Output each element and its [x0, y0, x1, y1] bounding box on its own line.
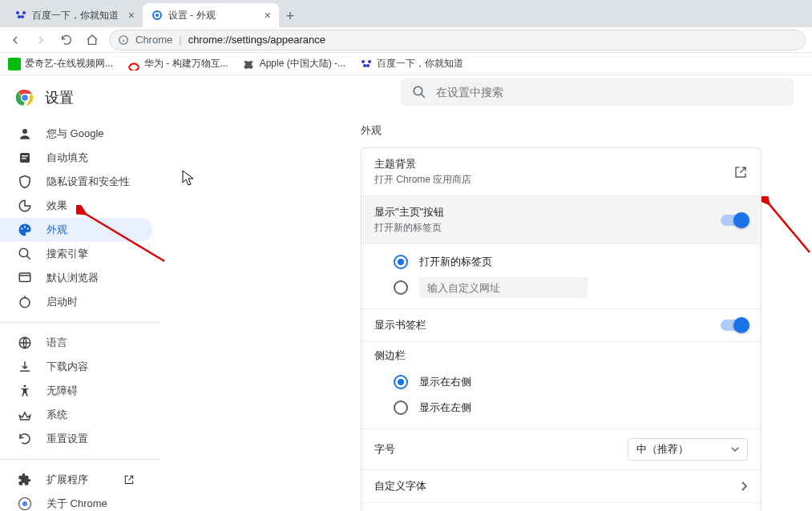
sidebar-label: 默认浏览器: [46, 271, 99, 285]
url-prefix: Chrome: [135, 34, 172, 46]
svg-rect-23: [19, 273, 30, 282]
svg-point-28: [22, 501, 27, 506]
sidebar-item-on-startup[interactable]: 启动时: [0, 290, 152, 314]
tab-title: 设置 - 外观: [168, 9, 260, 22]
reload-button[interactable]: [58, 31, 75, 49]
svg-point-15: [22, 129, 27, 134]
sidebar-item-you-and-google[interactable]: 您与 Google: [0, 122, 152, 146]
sidebar-item-default-browser[interactable]: 默认浏览器: [0, 266, 152, 290]
svg-rect-7: [8, 58, 21, 70]
sidebar-item-system[interactable]: 系统: [0, 403, 152, 427]
sidebar-label: 您与 Google: [46, 127, 104, 141]
forward-button[interactable]: [32, 31, 50, 49]
appearance-icon: [18, 223, 32, 237]
select-value: 中（推荐）: [636, 442, 689, 457]
sidebar-item-performance[interactable]: 效果: [0, 194, 152, 218]
performance-icon: [18, 199, 32, 213]
settings-search-input[interactable]: [436, 86, 782, 99]
sidebar-label: 搜索引擎: [46, 247, 88, 261]
you-and-google-icon: [18, 127, 32, 141]
sidebar-item-search-engine[interactable]: 搜索引擎: [0, 242, 152, 266]
autofill-icon: [18, 151, 32, 165]
custom-url-input[interactable]: [419, 277, 588, 298]
sidebar-label: 无障碍: [46, 384, 78, 398]
svg-point-29: [414, 87, 422, 95]
radio-sidebar-left[interactable]: [394, 400, 408, 415]
sidebar-item-downloads[interactable]: 下载内容: [0, 355, 152, 379]
svg-point-26: [24, 385, 26, 388]
row-title: 显示"主页"按钮: [374, 205, 444, 219]
row-show-bookmarks-bar: 显示书签栏: [362, 309, 761, 342]
row-title: 自定义字体: [374, 479, 426, 493]
site-icon: [8, 58, 21, 70]
svg-point-9: [368, 60, 371, 63]
accessibility-icon: [18, 384, 32, 398]
address-bar[interactable]: Chrome | chrome://settings/appearance: [109, 30, 806, 50]
sidebar-item-extensions[interactable]: 扩展程序: [0, 468, 152, 492]
back-button[interactable]: [6, 31, 24, 49]
tab-strip: 百度一下，你就知道 × 设置 - 外观 × +: [0, 0, 812, 27]
toggle-home-button[interactable]: [721, 215, 748, 226]
sidebar-item-privacy[interactable]: 隐私设置和安全性: [0, 170, 152, 194]
sidebar-label: 扩展程序: [46, 473, 88, 487]
svg-point-0: [16, 11, 19, 14]
svg-point-20: [24, 226, 26, 227]
new-tab-button[interactable]: +: [279, 5, 301, 27]
browser-tab-0[interactable]: 百度一下，你就知道 ×: [6, 3, 143, 27]
apple-icon: [243, 58, 256, 70]
languages-icon: [18, 336, 32, 350]
privacy-icon: [18, 175, 32, 189]
row-subtitle: 打开 Chrome 应用商店: [374, 173, 471, 187]
sidebar-item-autofill[interactable]: 自动填充: [0, 146, 152, 170]
sidebar-item-appearance[interactable]: 外观: [0, 218, 152, 242]
sidebar-item-accessibility[interactable]: 无障碍: [0, 379, 152, 403]
open-external-icon: [123, 474, 135, 485]
bookmark-label: Apple (中国大陆) -...: [260, 57, 345, 70]
settings-title: 设置: [45, 88, 74, 107]
downloads-icon: [18, 360, 32, 374]
appearance-card: 主题背景 打开 Chrome 应用商店 显示"主页"按钮 打开新的标签页: [361, 147, 762, 511]
row-show-home-button: 显示"主页"按钮 打开新的标签页: [362, 196, 761, 244]
open-external-icon[interactable]: [733, 165, 748, 179]
search-engine-icon: [18, 247, 32, 261]
row-font-size: 字号 中（推荐）: [362, 429, 761, 470]
svg-point-21: [27, 227, 29, 229]
chevron-down-icon: [731, 445, 739, 453]
sidebar-item-reset[interactable]: 重置设置: [0, 427, 152, 451]
chevron-right-icon: [740, 481, 748, 492]
on-startup-icon: [18, 295, 32, 309]
bookmark-item[interactable]: 华为 - 构建万物互...: [127, 57, 228, 70]
radio-custom-url[interactable]: [394, 280, 408, 295]
close-icon[interactable]: ×: [128, 9, 135, 22]
row-theme[interactable]: 主题背景 打开 Chrome 应用商店: [362, 148, 761, 196]
bookmark-label: 爱奇艺-在线视频网...: [25, 57, 113, 70]
home-button[interactable]: [83, 31, 101, 49]
svg-point-24: [20, 298, 30, 308]
default-browser-icon: [18, 271, 32, 285]
svg-point-13: [22, 95, 28, 101]
row-title: 字号: [374, 442, 395, 457]
settings-sidebar: 设置 您与 Google自动填充隐私设置和安全性效果外观搜索引擎默认浏览器启动时…: [0, 75, 200, 511]
bookmark-item[interactable]: 爱奇艺-在线视频网...: [8, 57, 113, 70]
bookmark-item[interactable]: 百度一下，你就知道: [360, 57, 463, 70]
radio-label: 显示在右侧: [419, 375, 471, 389]
radio-sidebar-right[interactable]: [394, 375, 408, 389]
bookmark-bar: 爱奇艺-在线视频网... 华为 - 构建万物互... Apple (中国大陆) …: [0, 53, 812, 75]
section-title: 外观: [361, 123, 788, 138]
settings-search[interactable]: [401, 78, 794, 106]
svg-point-1: [22, 11, 26, 14]
sidebar-position-options: 显示在右侧 显示在左侧: [362, 364, 761, 429]
svg-point-2: [18, 15, 21, 18]
row-custom-fonts[interactable]: 自定义字体: [362, 470, 761, 503]
sidebar-item-about[interactable]: 关于 Chrome: [0, 492, 152, 511]
radio-new-tab[interactable]: [394, 255, 408, 269]
toggle-bookmarks-bar[interactable]: [721, 320, 748, 331]
browser-tab-1[interactable]: 设置 - 外观 ×: [143, 3, 279, 27]
bookmark-item[interactable]: Apple (中国大陆) -...: [243, 57, 345, 70]
font-size-select[interactable]: 中（推荐）: [628, 438, 748, 461]
sidebar-label: 重置设置: [46, 432, 88, 446]
svg-rect-18: [22, 158, 26, 159]
close-icon[interactable]: ×: [265, 9, 271, 22]
sidebar-item-languages[interactable]: 语言: [0, 331, 152, 355]
sidebar-label: 外观: [46, 223, 67, 237]
